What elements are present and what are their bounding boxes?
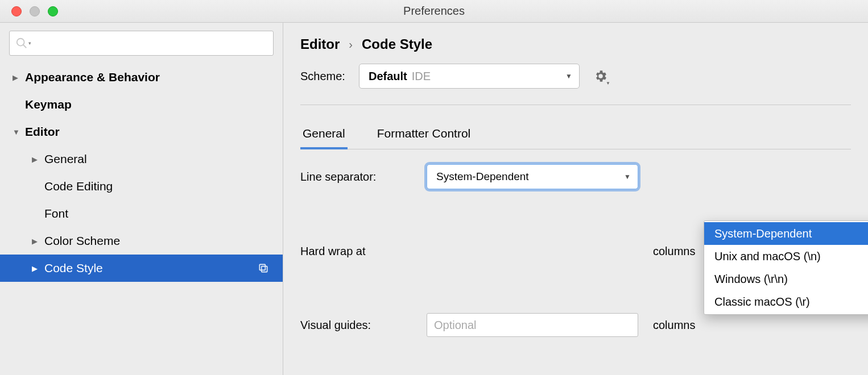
tab-general[interactable]: General <box>300 120 348 149</box>
breadcrumb: Editor › Code Style <box>300 36 851 52</box>
sidebar-item-color-scheme[interactable]: ▶ Color Scheme <box>0 227 283 255</box>
sidebar-item-editor[interactable]: ▼ Editor <box>0 118 283 145</box>
sidebar-item-label: Color Scheme <box>44 234 120 248</box>
sidebar-item-keymap[interactable]: ▶ Keymap <box>0 91 283 118</box>
scheme-scope: IDE <box>412 70 431 83</box>
visual-guides-input[interactable] <box>427 313 638 337</box>
expand-arrow-icon: ▶ <box>13 73 22 82</box>
dropdown-item-classic-macos[interactable]: Classic macOS (\r) <box>704 290 868 313</box>
visual-guides-label: Visual guides: <box>300 319 412 332</box>
chevron-down-icon: ▼ <box>624 173 631 181</box>
scheme-label: Scheme: <box>300 70 345 83</box>
search-field[interactable]: ▾ <box>9 31 274 56</box>
line-separator-label: Line separator: <box>300 170 412 184</box>
dropdown-item-windows[interactable]: Windows (\r\n) <box>704 268 868 290</box>
breadcrumb-parent[interactable]: Editor <box>300 36 340 52</box>
breadcrumb-current: Code Style <box>362 36 432 52</box>
collapse-arrow-icon: ▼ <box>13 128 22 136</box>
window-close-button[interactable] <box>11 6 22 16</box>
window-controls <box>11 6 58 16</box>
window-minimize-button[interactable] <box>30 6 40 16</box>
search-icon <box>15 37 28 49</box>
sidebar-item-label: Code Style <box>44 261 103 275</box>
preferences-tree: ▶ Appearance & Behavior ▶ Keymap ▼ Edito… <box>0 64 283 282</box>
window-maximize-button[interactable] <box>48 6 58 16</box>
sidebar-item-label: Font <box>44 207 68 220</box>
line-separator-row: Line separator: System-Dependent ▼ <box>300 164 851 189</box>
chevron-down-icon: ▼ <box>565 72 572 80</box>
sidebar-item-font[interactable]: ▶ Font <box>0 200 283 227</box>
sidebar-item-code-editing[interactable]: ▶ Code Editing <box>0 173 283 200</box>
sidebar-item-label: Editor <box>25 125 60 139</box>
scheme-value: Default <box>369 70 407 83</box>
hard-wrap-label: Hard wrap at <box>300 245 412 258</box>
dropdown-item-unix-macos[interactable]: Unix and macOS (\n) <box>704 245 868 268</box>
expand-arrow-icon: ▶ <box>32 264 41 273</box>
scheme-select[interactable]: Default IDE ▼ <box>359 64 580 89</box>
preferences-sidebar: ▾ ▶ Appearance & Behavior ▶ Keymap ▼ Edi… <box>0 23 283 375</box>
breadcrumb-separator-icon: › <box>349 38 353 51</box>
hard-wrap-unit: columns <box>653 245 695 258</box>
window-title: Preferences <box>0 5 868 18</box>
search-dropdown-chevron-icon: ▾ <box>28 40 31 46</box>
scheme-settings-button[interactable]: ▼ <box>593 69 608 84</box>
sidebar-item-label: Appearance & Behavior <box>25 70 160 84</box>
visual-guides-row: Visual guides: columns <box>300 313 851 337</box>
sidebar-item-label: Keymap <box>25 98 72 111</box>
line-separator-value: System-Dependent <box>436 170 529 183</box>
svg-line-1 <box>23 45 27 48</box>
search-input[interactable] <box>35 37 267 49</box>
line-separator-select[interactable]: System-Dependent ▼ <box>427 164 638 189</box>
sidebar-item-general[interactable]: ▶ General <box>0 145 283 173</box>
svg-rect-2 <box>262 266 267 272</box>
line-separator-dropdown: System-Dependent Unix and macOS (\n) Win… <box>704 220 868 315</box>
sidebar-item-label: General <box>44 152 87 166</box>
sidebar-item-appearance-behavior[interactable]: ▶ Appearance & Behavior <box>0 64 283 91</box>
tab-formatter-control[interactable]: Formatter Control <box>375 120 473 149</box>
visual-guides-unit: columns <box>653 319 695 332</box>
sidebar-item-label: Code Editing <box>44 180 113 193</box>
tab-bar: General Formatter Control <box>300 120 851 149</box>
copy-scheme-icon <box>258 262 269 274</box>
preferences-content: Editor › Code Style Scheme: Default IDE … <box>283 23 868 375</box>
svg-point-0 <box>17 39 24 46</box>
window-titlebar: Preferences <box>0 0 868 23</box>
expand-arrow-icon: ▶ <box>32 237 41 245</box>
chevron-down-icon: ▼ <box>606 81 610 86</box>
sidebar-item-code-style[interactable]: ▶ Code Style <box>0 255 283 282</box>
expand-arrow-icon: ▶ <box>32 155 41 164</box>
dropdown-item-system-dependent[interactable]: System-Dependent <box>704 222 868 245</box>
svg-rect-3 <box>259 264 265 270</box>
